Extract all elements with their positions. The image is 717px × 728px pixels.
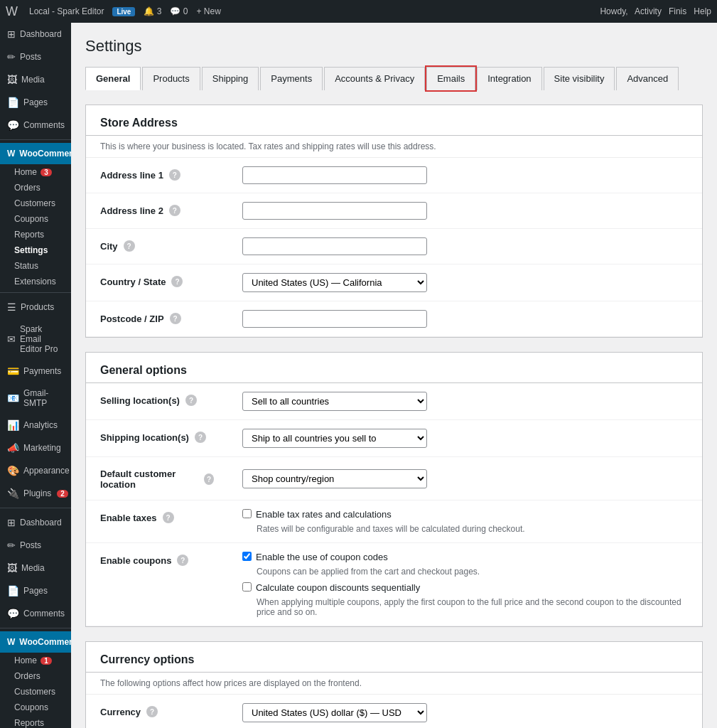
- help-icon[interactable]: ?: [171, 276, 183, 287]
- tab-site-visibility[interactable]: Site visibility: [544, 67, 615, 90]
- sidebar-sub-woo-status[interactable]: Status: [0, 258, 71, 274]
- tab-advanced[interactable]: Advanced: [616, 67, 679, 90]
- sidebar-item-posts2[interactable]: ✏ Posts: [0, 534, 71, 557]
- table-row: Default customer location? Shop country/…: [86, 457, 702, 500]
- postcode-input[interactable]: [242, 310, 427, 328]
- sidebar-item-dashboard2[interactable]: ⊞ Dashboard: [0, 511, 71, 534]
- message-icon: 💬 0: [170, 6, 188, 16]
- help-icon[interactable]: ?: [170, 313, 181, 324]
- page-title: Settings: [85, 37, 703, 55]
- help-icon[interactable]: ?: [195, 432, 206, 443]
- plugins-badge: 2: [57, 490, 68, 498]
- help-icon[interactable]: ?: [124, 240, 135, 252]
- sidebar-item-payments[interactable]: 💳 Payments: [0, 360, 71, 382]
- sidebar-sub-woo-orders[interactable]: Orders: [0, 180, 71, 196]
- help-label[interactable]: Help: [694, 6, 711, 16]
- address-line-1-input[interactable]: [242, 166, 427, 184]
- currency-options-table: Currency? United States (US) dollar ($) …: [86, 695, 702, 728]
- sidebar-sub2-woo-reports[interactable]: Reports: [0, 715, 71, 728]
- sidebar-item-label: Pages: [23, 586, 48, 596]
- help-icon[interactable]: ?: [204, 473, 214, 485]
- sidebar-item-gmail-smtp[interactable]: 📧 Gmail-SMTP: [0, 382, 71, 414]
- plus-new[interactable]: + New: [196, 6, 220, 16]
- help-icon[interactable]: ?: [163, 512, 174, 523]
- sidebar-item-dashboard[interactable]: ⊞ Dashboard: [0, 23, 71, 46]
- table-row: Selling location(s)? Sell to all countri…: [86, 383, 702, 420]
- sidebar-sub-woo-settings[interactable]: Settings: [0, 242, 71, 258]
- help-icon[interactable]: ?: [185, 395, 197, 406]
- coupon-codes-checkbox[interactable]: [242, 552, 252, 561]
- pages-icon: 📄: [7, 97, 19, 108]
- help-icon[interactable]: ?: [177, 555, 188, 566]
- home-badge: 3: [41, 168, 52, 176]
- gmail-icon: 📧: [7, 392, 19, 404]
- help-icon[interactable]: ?: [146, 706, 158, 717]
- sidebar-item-media[interactable]: 🖼 Media: [0, 68, 71, 91]
- howdy: Howdy, Activity Finis Help: [600, 6, 711, 16]
- table-row: Address line 1?: [86, 158, 702, 193]
- tab-shipping[interactable]: Shipping: [202, 67, 259, 90]
- sidebar-sub-woo-extensions[interactable]: Extensions: [0, 274, 71, 289]
- tab-integration[interactable]: Integration: [477, 67, 541, 90]
- sidebar-sub2-woo-coupons[interactable]: Coupons: [0, 700, 71, 715]
- sidebar-item-products[interactable]: ☰ Products: [0, 296, 71, 318]
- general-options-title: General options: [86, 353, 702, 383]
- selling-locations-select[interactable]: Sell to all countries: [242, 392, 427, 411]
- sidebar-item-plugins[interactable]: 🔌 Plugins 2: [0, 482, 71, 505]
- sidebar-item-comments2[interactable]: 💬 Comments: [0, 602, 71, 625]
- tax-rates-checkbox[interactable]: [242, 509, 252, 518]
- sidebar-item-posts[interactable]: ✏ Posts: [0, 46, 71, 68]
- sidebar-item-spark-email[interactable]: ✉ Spark Email Editor Pro: [0, 318, 71, 360]
- sidebar-sub-woo-home[interactable]: Home 3: [0, 164, 71, 180]
- main-content: Settings General Products Shipping Payme…: [71, 23, 717, 728]
- finish-label[interactable]: Finis: [669, 6, 686, 16]
- tab-accounts[interactable]: Accounts & Privacy: [324, 67, 425, 90]
- sidebar-sub2-woo-home[interactable]: Home 1: [0, 653, 71, 668]
- coupon-seq-checkbox[interactable]: [242, 582, 252, 592]
- tab-payments[interactable]: Payments: [260, 67, 323, 90]
- topbar: W Local - Spark Editor Live 🔔 3 💬 0 + Ne…: [0, 0, 717, 23]
- separator-4: [0, 628, 71, 628]
- products-icon: ☰: [7, 301, 16, 313]
- city-input[interactable]: [242, 237, 427, 255]
- shipping-locations-select[interactable]: Ship to all countries you sell to: [242, 429, 427, 448]
- help-icon[interactable]: ?: [169, 205, 180, 216]
- default-location-select[interactable]: Shop country/region: [242, 469, 427, 488]
- sidebar-item-marketing[interactable]: 📣 Marketing: [0, 437, 71, 459]
- general-options-table: Selling location(s)? Sell to all countri…: [86, 383, 702, 626]
- table-row: Enable taxes? Enable tax rates and calcu…: [86, 500, 702, 543]
- sidebar-sub-woo-customers[interactable]: Customers: [0, 196, 71, 211]
- media2-icon: 🖼: [7, 562, 17, 574]
- coupon-seq-label: Calculate coupon discounts sequentially: [242, 582, 688, 593]
- payments-icon: 💳: [7, 365, 19, 377]
- tab-general[interactable]: General: [85, 67, 141, 90]
- sidebar-sub2-woo-orders[interactable]: Orders: [0, 668, 71, 684]
- sidebar-item-label: Marketing: [23, 443, 61, 453]
- comment-count: 🔔 3: [144, 6, 161, 16]
- woocommerce-section2[interactable]: W WooCommerce: [0, 631, 71, 653]
- woo2-icon: W: [7, 637, 15, 647]
- sidebar-item-pages[interactable]: 📄 Pages: [0, 91, 71, 114]
- sidebar-item-label: Plugins: [23, 488, 51, 498]
- address-line-2-input[interactable]: [242, 202, 427, 220]
- country-state-select[interactable]: United States (US) — California: [242, 273, 427, 292]
- woo-label: WooCommerce: [19, 149, 71, 159]
- sidebar-item-analytics[interactable]: 📊 Analytics: [0, 414, 71, 437]
- sidebar-sub-woo-coupons[interactable]: Coupons: [0, 211, 71, 227]
- sidebar-sub-woo-reports[interactable]: Reports: [0, 227, 71, 242]
- help-icon[interactable]: ?: [169, 169, 180, 181]
- tab-emails[interactable]: Emails: [426, 67, 475, 90]
- currency-select[interactable]: United States (US) dollar ($) — USD: [242, 703, 427, 722]
- sidebar-item-label: Media: [21, 75, 45, 85]
- sidebar-item-pages2[interactable]: 📄 Pages: [0, 579, 71, 602]
- sidebar-item-label: Appearance: [23, 466, 70, 476]
- sidebar-item-comments[interactable]: 💬 Comments: [0, 114, 71, 136]
- coupon-seq-desc: When applying multiple coupons, apply th…: [242, 597, 688, 617]
- sidebar-item-media2[interactable]: 🖼 Media: [0, 557, 71, 579]
- sidebar-item-appearance[interactable]: 🎨 Appearance: [0, 459, 71, 482]
- site-name[interactable]: Local - Spark Editor: [29, 6, 104, 16]
- sidebar-sub2-woo-customers[interactable]: Customers: [0, 684, 71, 700]
- activity-label[interactable]: Activity: [635, 6, 662, 16]
- woocommerce-section[interactable]: W WooCommerce: [0, 143, 71, 164]
- tab-products[interactable]: Products: [142, 67, 200, 90]
